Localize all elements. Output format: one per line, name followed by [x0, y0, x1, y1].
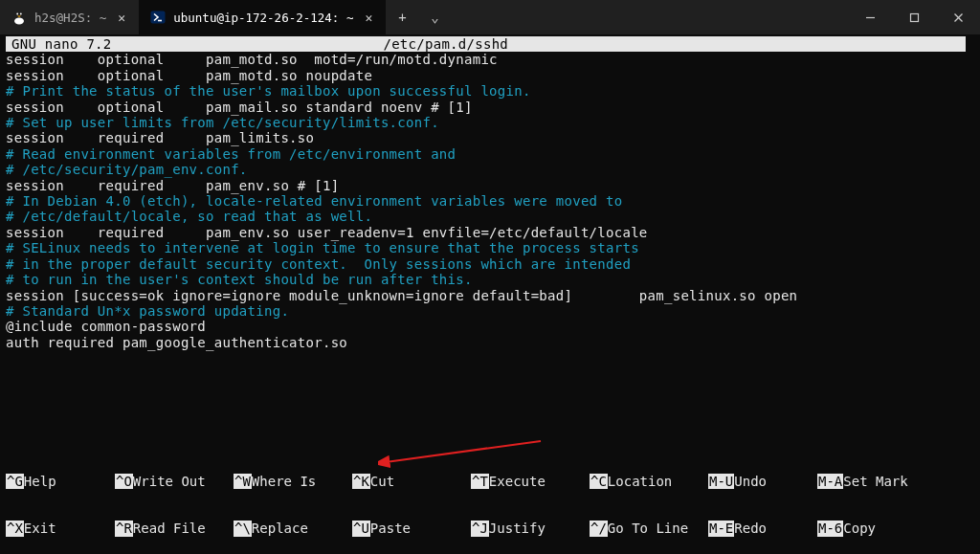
minimize-button[interactable]	[848, 0, 892, 34]
close-icon[interactable]: ✕	[114, 10, 129, 25]
shortcut-label: Set Mark	[843, 474, 907, 489]
shortcut-label: Justify	[489, 521, 546, 536]
file-line: session optional pam_mail.so standard no…	[6, 100, 473, 115]
nano-version: GNU nano 7.2	[6, 36, 118, 52]
shortcut-key: M-E	[708, 521, 734, 536]
file-line: session optional pam_motd.so noupdate	[6, 68, 372, 83]
shortcut-label: Write Out	[133, 474, 206, 489]
file-comment: # to run in the user's context should be…	[6, 272, 473, 287]
terminal-pane[interactable]: GNU nano 7.2 /etc/pam.d/sshd session opt…	[0, 34, 980, 350]
tab-label: h2s@H2S: ~	[34, 11, 106, 25]
nano-header: GNU nano 7.2 /etc/pam.d/sshd	[6, 36, 966, 52]
shortcut-key: ^\	[234, 521, 252, 536]
file-line: session required pam_env.so # [1]	[6, 178, 339, 193]
maximize-button[interactable]	[892, 0, 936, 34]
nano-filename: /etc/pam.d/sshd	[118, 36, 774, 52]
nano-shortcut-bar: ^G Help ^O Write Out ^W Where Is ^K Cut …	[6, 442, 972, 552]
tab-dropdown[interactable]: ⌄	[418, 0, 451, 34]
shortcut-label: Exit	[24, 521, 56, 536]
shortcut-label: Execute	[489, 474, 546, 489]
shortcut-label: Redo	[734, 521, 767, 536]
tab-label: ubuntu@ip-172-26-2-124: ~	[173, 11, 353, 25]
shortcut-label: Location	[608, 474, 672, 489]
shortcut-row: ^G Help ^O Write Out ^W Where Is ^K Cut …	[6, 474, 972, 489]
file-line: session [success=ok ignore=ignore module…	[6, 288, 797, 303]
file-line: session required pam_limits.so	[6, 130, 314, 145]
shortcut-label: Go To Line	[608, 521, 688, 536]
window-controls	[848, 0, 980, 34]
shortcut-key: ^R	[115, 521, 133, 536]
svg-point-2	[16, 12, 18, 14]
shortcut-label: Where Is	[252, 474, 316, 489]
tab-active[interactable]: ubuntu@ip-172-26-2-124: ~ ✕	[139, 0, 386, 34]
file-comment: # in the proper default security context…	[6, 256, 631, 272]
svg-point-3	[20, 12, 22, 14]
shortcut-row: ^X Exit ^R Read File ^\ Replace ^U Paste…	[6, 521, 972, 536]
shortcut-key: M-6	[817, 521, 843, 536]
file-comment: # In Debian 4.0 (etch), locale-related e…	[6, 193, 622, 209]
shortcut-label: Replace	[252, 521, 308, 536]
shortcut-label: Help	[24, 474, 56, 489]
file-line: auth required pam_google_authenticator.s…	[6, 335, 347, 350]
shortcut-label: Paste	[370, 521, 411, 536]
powershell-icon	[150, 10, 166, 25]
shortcut-key: ^K	[352, 474, 370, 489]
tux-icon	[11, 10, 27, 25]
file-comment: # Print the status of the user's mailbox…	[6, 83, 531, 99]
shortcut-label: Copy	[843, 521, 876, 536]
window-titlebar: h2s@H2S: ~ ✕ ubuntu@ip-172-26-2-124: ~ ✕…	[0, 0, 980, 34]
shortcut-key: ^W	[234, 474, 252, 489]
shortcut-key: ^C	[590, 474, 608, 489]
shortcut-key: M-A	[817, 474, 843, 489]
file-line: @include common-password	[6, 319, 206, 334]
shortcut-key: ^J	[471, 521, 489, 536]
shortcut-key: ^T	[471, 474, 489, 489]
svg-rect-7	[910, 13, 918, 21]
plus-icon: +	[398, 10, 406, 25]
shortcut-label: Read File	[133, 521, 206, 536]
shortcut-key: ^X	[6, 521, 24, 536]
shortcut-key: ^/	[590, 521, 608, 536]
shortcut-label: Undo	[734, 474, 767, 489]
shortcut-label: Cut	[370, 474, 394, 489]
new-tab-button[interactable]: +	[386, 0, 418, 34]
shortcut-key: ^G	[6, 474, 24, 489]
tab-strip: h2s@H2S: ~ ✕ ubuntu@ip-172-26-2-124: ~ ✕…	[0, 0, 451, 34]
chevron-down-icon: ⌄	[431, 10, 438, 25]
shortcut-key: ^U	[352, 521, 370, 536]
file-comment: # Standard Un*x password updating.	[6, 303, 289, 319]
svg-point-1	[14, 18, 24, 25]
close-button[interactable]	[936, 0, 980, 34]
shortcut-key: ^O	[115, 474, 133, 489]
shortcut-key: M-U	[708, 474, 734, 489]
file-comment: # Read environment variables from /etc/e…	[6, 146, 456, 162]
tab-inactive[interactable]: h2s@H2S: ~ ✕	[0, 0, 139, 34]
close-icon[interactable]: ✕	[361, 10, 376, 25]
file-comment: # Set up user limits from /etc/security/…	[6, 115, 439, 130]
file-comment: # /etc/default/locale, so read that as w…	[6, 209, 372, 224]
file-line: session required pam_env.so user_readenv…	[6, 225, 648, 240]
file-line: session optional pam_motd.so motd=/run/m…	[6, 52, 498, 67]
file-comment: # /etc/security/pam_env.conf.	[6, 162, 248, 177]
file-comment: # SELinux needs to intervene at login ti…	[6, 240, 639, 255]
